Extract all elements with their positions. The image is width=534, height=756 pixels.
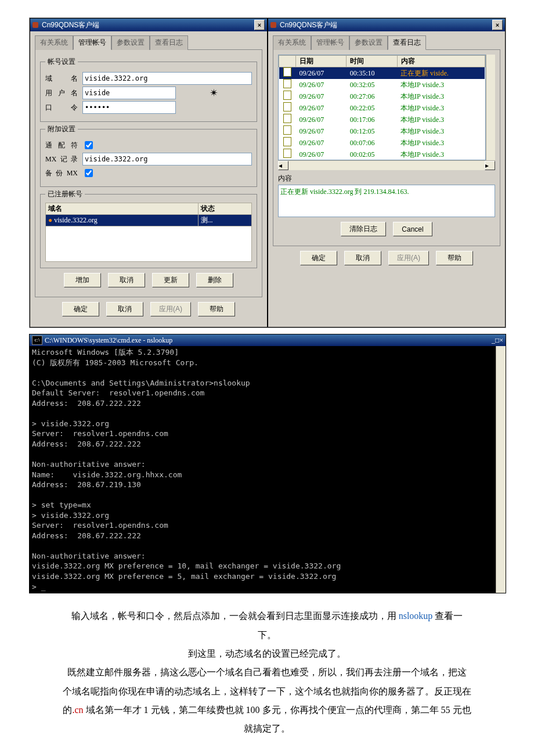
ok-button-right[interactable]: 确定 — [300, 251, 337, 265]
detail-label: 内容 — [278, 174, 495, 183]
close-icon[interactable]: × — [254, 20, 265, 30]
table-row[interactable]: 09/26/0700:32:05本地IP viside.3 — [279, 79, 485, 91]
cell-date: 09/26/07 — [296, 137, 347, 149]
scroll-right-icon[interactable]: ▸ — [485, 161, 495, 170]
cmd-body[interactable]: Microsoft Windows [版本 5.2.3790] (C) 版权所有… — [30, 346, 506, 593]
row-icon: ● — [48, 216, 52, 224]
th-date[interactable]: 日期 — [296, 56, 347, 67]
input-pass[interactable] — [82, 101, 176, 114]
cell-date: 09/26/07 — [296, 125, 347, 137]
tab-left-0[interactable]: 有关系统 — [35, 35, 73, 50]
article-text: 查看一 — [432, 611, 463, 621]
input-user[interactable] — [82, 87, 176, 99]
th-domain[interactable]: 域名 — [46, 203, 199, 215]
scrollbar-vertical[interactable] — [486, 55, 495, 160]
article-line: 的.cn 域名第一年才 1 元钱，第二年续费也就 100 多元，你再找个便宜一点… — [29, 701, 505, 719]
checkbox-backup-mx[interactable] — [85, 169, 93, 177]
legend-account: 帐号设置 — [45, 57, 78, 67]
scrollbar-horizontal[interactable]: ◂ ▸ — [278, 160, 495, 170]
input-mx[interactable] — [82, 153, 252, 165]
maximize-icon[interactable]: □ — [495, 336, 499, 345]
document-icon — [283, 137, 291, 146]
table-row[interactable]: 09/26/0700:02:05本地IP viside.3 — [279, 149, 485, 160]
cell-time: 00:32:05 — [347, 79, 397, 91]
table-registered[interactable]: 域名 状态 ● viside.3322.org 测... — [45, 203, 252, 226]
add-button[interactable]: 增加 — [64, 273, 101, 287]
article-line: 输入域名，帐号和口令，然后点添加，一会就会看到日志里面显示连接成功，用 nslo… — [29, 607, 505, 625]
btnrow-bottom-right: 确定 取消 应用(A) 帮助 — [268, 251, 505, 271]
cmd-text: Microsoft Windows [版本 5.2.3790] (C) 版权所有… — [30, 346, 496, 593]
scroll-left-icon[interactable]: ◂ — [278, 161, 288, 170]
table-row[interactable]: 09/26/0700:17:06本地IP viside.3 — [279, 114, 485, 125]
document-icon — [283, 91, 291, 100]
tab-left-2[interactable]: 参数设置 — [111, 35, 150, 50]
table-row[interactable]: 09/26/0700:35:10正在更新 viside. — [279, 67, 485, 80]
tab-right-3[interactable]: 查看日志 — [388, 35, 426, 50]
table-row[interactable]: ● viside.3322.org 测... — [46, 215, 252, 226]
legend-extra: 附加设置 — [45, 124, 78, 134]
scrollbar-vertical[interactable] — [496, 346, 506, 593]
delete-button[interactable]: 删除 — [196, 273, 233, 287]
help-button-left[interactable]: 帮助 — [198, 302, 235, 316]
table-row[interactable]: 09/26/0700:12:05本地IP viside.3 — [279, 125, 485, 137]
cn-term: .cn — [72, 705, 83, 715]
log-wrapper: 日期 时间 内容 09/26/0700:35:10正在更新 viside.09/… — [278, 55, 495, 160]
cell-content: 正在更新 viside. — [397, 67, 485, 80]
fieldset-account: 帐号设置 域 名 用户名 ✴ 口 令 — [40, 57, 257, 122]
titlebar-right[interactable]: Cn99QDNS客户端 × — [268, 19, 505, 31]
ok-button-left[interactable]: 确定 — [62, 302, 99, 316]
apply-button-left[interactable]: 应用(A) — [150, 302, 191, 316]
cancel-button-right[interactable]: 取消 — [344, 251, 381, 265]
cmd-icon: c:\ — [32, 336, 42, 345]
window-cmd: c:\ C:\WINDOWS\system32\cmd.exe - nslook… — [29, 334, 506, 593]
document-icon — [283, 125, 291, 135]
tabbar-right: 有关系统 管理帐号 参数设置 查看日志 — [268, 31, 505, 49]
th-status[interactable]: 状态 — [198, 203, 251, 215]
cell-time: 00:12:05 — [347, 125, 397, 137]
tab-right-2[interactable]: 参数设置 — [349, 35, 388, 50]
table-row[interactable]: 09/26/0700:07:06本地IP viside.3 — [279, 137, 485, 149]
row-status: 测... — [198, 215, 251, 226]
table-row[interactable]: 09/26/0700:22:05本地IP viside.3 — [279, 102, 485, 114]
log-table[interactable]: 日期 时间 内容 09/26/0700:35:10正在更新 viside.09/… — [278, 55, 486, 160]
cell-time: 00:02:05 — [347, 149, 397, 160]
label-domain: 域 名 — [45, 74, 78, 84]
table-row[interactable]: 09/26/0700:27:06本地IP viside.3 — [279, 91, 485, 102]
checkbox-wildcard[interactable] — [85, 141, 93, 149]
cell-date: 09/26/07 — [296, 102, 347, 114]
cell-date: 09/26/07 — [296, 149, 347, 160]
th-content[interactable]: 内容 — [397, 56, 485, 67]
cancel-mid-button[interactable]: 取消 — [108, 273, 145, 287]
tab-right-0[interactable]: 有关系统 — [273, 35, 311, 50]
label-mx: MX记录 — [45, 154, 78, 164]
article-line: 就搞定了。 — [29, 720, 505, 737]
tab-right-1[interactable]: 管理帐号 — [311, 35, 349, 50]
close-icon[interactable]: × — [499, 336, 503, 345]
article-text: 域名第一年才 1 元钱，第二年续费也就 100 多元，你再找个便宜一点的代理商，… — [84, 705, 471, 715]
cell-content: 本地IP viside.3 — [397, 114, 485, 125]
article-text: 的 — [63, 705, 72, 715]
clear-log-button[interactable]: 清除日志 — [341, 222, 386, 236]
update-button[interactable]: 更新 — [152, 273, 189, 287]
th-time[interactable]: 时间 — [347, 56, 397, 67]
article-line: 到这里，动态域名的设置已经完成了。 — [29, 645, 505, 663]
document-icon — [283, 114, 291, 123]
help-button-right[interactable]: 帮助 — [436, 251, 473, 265]
cancel-button-left[interactable]: 取消 — [106, 302, 143, 316]
titlebar-cmd[interactable]: c:\ C:\WINDOWS\system32\cmd.exe - nslook… — [30, 334, 506, 346]
cell-content: 本地IP viside.3 — [397, 79, 485, 91]
article-body: 输入域名，帐号和口令，然后点添加，一会就会看到日志里面显示连接成功，用 nslo… — [29, 607, 505, 738]
input-domain[interactable] — [82, 72, 252, 85]
th-icon — [279, 56, 296, 67]
tab-left-1[interactable]: 管理帐号 — [73, 35, 111, 50]
legend-registered: 已注册帐号 — [45, 189, 85, 199]
close-icon[interactable]: × — [492, 20, 503, 30]
titlebar-left[interactable]: Cn99QDNS客户端 × — [30, 19, 267, 31]
apply-button-right[interactable]: 应用(A) — [388, 251, 429, 265]
fieldset-extra: 附加设置 通配符 MX记录 备份MX — [40, 124, 257, 187]
cancel-mid-right-button[interactable]: Cancel — [393, 222, 432, 236]
tab-left-3[interactable]: 查看日志 — [150, 35, 188, 50]
document-icon — [283, 67, 291, 77]
article-line: 下。 — [29, 627, 505, 644]
tabbar-left: 有关系统 管理帐号 参数设置 查看日志 — [30, 31, 267, 49]
